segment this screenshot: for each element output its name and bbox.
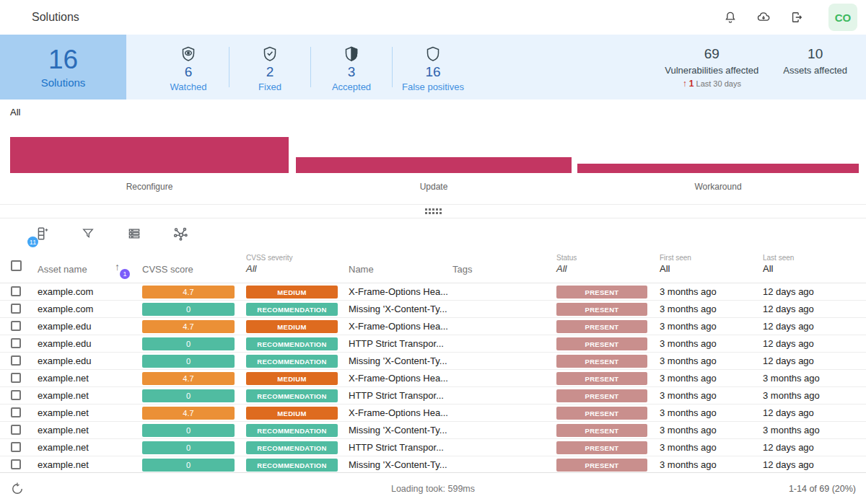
cvss-score-chip: 0 [142,337,235,350]
row-checkbox[interactable] [11,355,21,366]
status-chip: PRESENT [556,320,647,333]
row-checkbox[interactable] [11,304,21,314]
cvss-score-chip: 4.7 [142,320,235,333]
logout-icon[interactable] [790,10,804,25]
cell-first-seen: 3 months ago [660,338,717,349]
list-view-button[interactable] [126,225,143,242]
stat-items: 6Watched2Fixed3Accepted16False positives [148,35,473,100]
table-row[interactable]: example.net 0 RECOMMENDATION Missing 'X-… [0,456,866,472]
status-chip: PRESENT [556,389,647,402]
column-header-status: Status [556,254,577,262]
row-checkbox[interactable] [11,459,21,469]
stat-tile-solutions[interactable]: 16 Solutions [0,35,126,100]
solutions-count: 16 [48,45,78,74]
status-chip: PRESENT [556,441,647,454]
filter-button[interactable] [79,225,97,242]
column-header-cvss-score[interactable]: CVSS score [142,264,193,275]
column-header-asset-name[interactable]: Asset name [38,264,87,275]
sort-ascending-icon[interactable]: ↑ [115,261,120,273]
table-row[interactable]: example.net 0 RECOMMENDATION HTTP Strict… [0,387,866,404]
column-header-tags[interactable]: Tags [452,264,472,275]
table-row[interactable]: example.net 4.7 MEDIUM X-Frame-Options H… [0,404,866,422]
cell-vulnerability-name: Missing 'X-Content-Ty... [349,459,447,470]
stat-value: 2 [266,64,274,80]
column-header-name[interactable]: Name [349,264,374,275]
shield-check-icon [261,45,279,63]
notifications-bell-icon[interactable] [723,10,738,25]
cell-vulnerability-name: X-Frame-Options Hea... [349,286,448,297]
solution-type-chart: All Reconfigure Update Workaround [0,100,866,204]
stat-tile-fixed[interactable]: 2Fixed [229,43,310,92]
first-seen-filter[interactable]: All [660,263,670,274]
panel-resize-handle[interactable] [0,204,866,218]
cell-first-seen: 3 months ago [660,390,717,401]
row-checkbox[interactable] [11,425,21,435]
status-filter[interactable]: All [556,263,567,274]
row-checkbox[interactable] [11,407,21,417]
table-row[interactable]: example.edu 0 RECOMMENDATION HTTP Strict… [0,335,866,353]
add-column-button[interactable]: 11 [33,225,51,242]
bar-reconfigure[interactable] [10,137,289,173]
stat-tile-accepted[interactable]: 3Accepted [311,43,392,92]
shield-half-icon [343,45,360,63]
bar-label-update: Update [296,182,572,192]
status-chip: PRESENT [556,286,647,299]
cell-asset-name: example.net [38,425,89,436]
cvss-score-chip: 4.7 [142,407,235,420]
last-seen-filter[interactable]: All [763,263,773,274]
bar-update[interactable] [296,157,572,173]
table-row[interactable]: example.com 0 RECOMMENDATION Missing 'X-… [0,301,866,318]
cvss-severity-chip: RECOMMENDATION [246,459,338,472]
cvss-severity-filter[interactable]: All [246,263,256,274]
table-row[interactable]: example.edu 0 RECOMMENDATION Missing 'X-… [0,353,866,370]
cell-asset-name: example.com [38,286,93,297]
row-checkbox[interactable] [11,442,21,452]
select-all-checkbox[interactable] [11,260,22,271]
stat-value: 16 [425,64,440,80]
table-row[interactable]: example.net 0 RECOMMENDATION HTTP Strict… [0,439,866,456]
row-checkbox[interactable] [11,390,21,400]
cvss-severity-chip: RECOMMENDATION [246,424,338,437]
cell-vulnerability-name: X-Frame-Options Hea... [349,321,448,332]
solutions-page: Solutions CO [0,0,866,504]
cell-last-seen: 12 days ago [763,355,814,366]
stat-assets-affected: 10 Assets affected [783,46,847,100]
table-row[interactable]: example.com 4.7 MEDIUM X-Frame-Options H… [0,283,866,301]
table-row[interactable]: example.net 0 RECOMMENDATION Missing 'X-… [0,422,866,439]
assets-label: Assets affected [783,65,847,76]
column-header-cvss-severity: CVSS severity [246,254,292,262]
cvss-severity-chip: MEDIUM [246,407,338,420]
row-checkbox[interactable] [11,286,21,296]
cloud-download-icon[interactable] [756,10,771,25]
status-chip: PRESENT [556,459,647,472]
stat-tile-watched[interactable]: 6Watched [148,43,229,92]
app-header: Solutions CO [0,0,866,35]
cvss-severity-chip: RECOMMENDATION [246,441,338,454]
row-checkbox[interactable] [11,373,21,383]
shield-outline-icon [424,45,442,63]
graph-view-button[interactable] [172,225,189,242]
cell-first-seen: 3 months ago [660,425,717,436]
status-chip: PRESENT [556,372,647,385]
table-row[interactable]: example.edu 4.7 MEDIUM X-Frame-Options H… [0,318,866,335]
bar-workaround[interactable] [577,164,859,173]
row-checkbox[interactable] [11,338,21,348]
stat-tile-false-positives[interactable]: 16False positives [393,43,473,92]
cvss-score-chip: 0 [142,459,235,472]
cell-last-seen: 12 days ago [763,304,814,314]
cell-last-seen: 12 days ago [763,459,814,470]
assets-count: 10 [808,46,823,62]
stat-vulnerabilities-affected: 69 Vulnerabilities affected ↑ 1 Last 30 … [665,46,758,100]
row-checkbox[interactable] [11,321,21,331]
cell-first-seen: 3 months ago [660,286,717,297]
cell-first-seen: 3 months ago [660,373,717,384]
column-count-badge: 11 [27,236,38,247]
stat-label: Fixed [258,81,281,92]
cell-last-seen: 3 months ago [763,425,820,436]
table-row[interactable]: example.net 4.7 MEDIUM X-Frame-Options H… [0,370,866,387]
stat-label: Watched [170,81,207,92]
header-actions: CO [723,4,857,31]
solutions-label: Solutions [41,76,86,89]
avatar[interactable]: CO [828,4,857,31]
cell-vulnerability-name: HTTP Strict Transpor... [349,442,444,453]
